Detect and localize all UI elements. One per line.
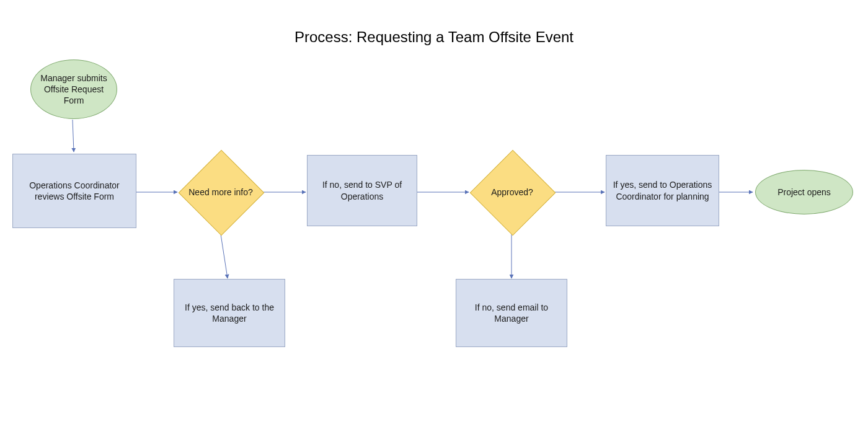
process-no-email: If no, send email to Manager bbox=[456, 279, 567, 347]
process-send-back-label: If yes, send back to the Manager bbox=[180, 302, 278, 324]
terminator-end: Project opens bbox=[755, 170, 853, 214]
diagram-title: Process: Requesting a Team Offsite Event bbox=[0, 29, 868, 46]
decision-need-info-label: Need more info? bbox=[179, 150, 263, 234]
decision-approved-label: Approved? bbox=[470, 150, 554, 234]
terminator-start-label: Manager submits Offsite Request Form bbox=[37, 73, 110, 107]
process-yes-plan: If yes, send to Operations Coordinator f… bbox=[606, 155, 719, 226]
process-review-form: Operations Coordinator reviews Offsite F… bbox=[12, 154, 136, 228]
process-review-form-label: Operations Coordinator reviews Offsite F… bbox=[19, 180, 130, 202]
arrow-start-to-review bbox=[73, 120, 74, 152]
process-send-back: If yes, send back to the Manager bbox=[174, 279, 285, 347]
decision-need-info: Need more info? bbox=[179, 150, 263, 234]
process-yes-plan-label: If yes, send to Operations Coordinator f… bbox=[613, 179, 712, 201]
terminator-end-label: Project opens bbox=[777, 187, 831, 198]
decision-approved: Approved? bbox=[470, 150, 554, 234]
process-send-svp-label: If no, send to SVP of Operations bbox=[314, 179, 410, 201]
terminator-start: Manager submits Offsite Request Form bbox=[30, 60, 117, 119]
process-send-svp: If no, send to SVP of Operations bbox=[307, 155, 417, 226]
flowchart-canvas: Process: Requesting a Team Offsite Event… bbox=[0, 0, 868, 432]
arrow-needinfo-to-sendback bbox=[221, 234, 228, 278]
process-no-email-label: If no, send email to Manager bbox=[463, 302, 560, 324]
